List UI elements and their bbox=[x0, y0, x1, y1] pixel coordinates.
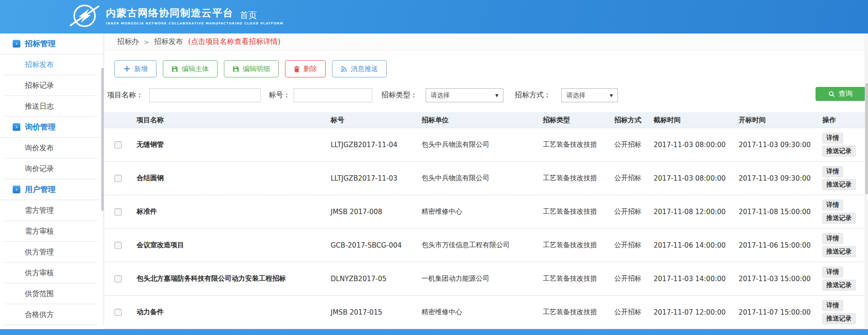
edit-detail-button[interactable]: 编辑明细 bbox=[224, 60, 279, 77]
sidebar-item[interactable]: 推送日志 bbox=[0, 96, 104, 117]
sidebar-menu: › 招标管理 招标发布 招标记录 推送日志 › 询价管理 询价发布 询价记录 ›… bbox=[0, 34, 104, 325]
cell-close-time: 2017-11-07 12:00:00 bbox=[654, 308, 739, 316]
detail-button[interactable]: 详情 bbox=[822, 200, 843, 211]
row-checkbox[interactable] bbox=[114, 141, 122, 148]
sidebar-section[interactable]: › 询价管理 bbox=[0, 117, 104, 138]
cell-bid-no: GCB-2017-SBCG-004 bbox=[331, 241, 422, 249]
nav-home[interactable]: 首页 bbox=[240, 0, 257, 31]
app-window: 内蒙古网络协同制造云平台 INNER MONGOLIA NETWORK COLL… bbox=[0, 0, 868, 335]
breadcrumb-root[interactable]: 招标办 bbox=[117, 37, 139, 47]
cell-bid-unit: 包头中兵物流有限公司 bbox=[422, 174, 543, 182]
cell-bid-unit: 精密维修中心 bbox=[422, 308, 543, 316]
message-push-button-label: 消息推送 bbox=[351, 65, 378, 73]
sidebar-item-label: 供方审核 bbox=[25, 268, 54, 278]
sidebar-item[interactable]: 供方审核 bbox=[0, 263, 104, 283]
page-scrollbar[interactable] bbox=[865, 34, 868, 329]
detail-button[interactable]: 详情 bbox=[822, 267, 843, 278]
col-open-time: 开标时间 bbox=[739, 116, 822, 124]
search-button[interactable]: 查询 bbox=[816, 87, 865, 101]
cell-project-name[interactable]: 标准件 bbox=[137, 207, 157, 215]
edit-main-button[interactable]: 编辑主体 bbox=[163, 60, 218, 77]
sidebar-item-label: 推送日志 bbox=[25, 102, 54, 111]
cell-bid-method: 公开招标 bbox=[614, 274, 654, 283]
detail-button[interactable]: 详情 bbox=[822, 300, 843, 311]
cell-open-time: 2017-11-03 09:30:00 bbox=[739, 174, 822, 182]
push-record-button[interactable]: 推送记录 bbox=[822, 246, 856, 257]
bid-no-input[interactable] bbox=[294, 88, 372, 102]
cell-bid-type: 工艺装备技改技措 bbox=[543, 140, 614, 149]
row-checkbox[interactable] bbox=[114, 275, 122, 282]
cell-project-name[interactable]: 无缝钢管 bbox=[137, 140, 164, 148]
bid-table: 项目名称 标号 招标单位 招标类型 招标方式 截标时间 开标时间 操作 无缝钢管… bbox=[104, 112, 865, 329]
table-row: 无缝钢管 LLTJGZB2017-11-04 包头中兵物流有限公司 工艺装备技改… bbox=[104, 128, 865, 162]
sidebar-item[interactable]: 询价发布 bbox=[0, 138, 104, 158]
sidebar-item[interactable]: 招标记录 bbox=[0, 75, 104, 96]
row-checkbox[interactable] bbox=[114, 242, 122, 249]
table-row: 会议室改造项目 GCB-2017-SBCG-004 包头市万佳信息工程有限公司 … bbox=[104, 229, 865, 262]
save-icon bbox=[171, 66, 178, 72]
breadcrumb-current[interactable]: 招标发布 bbox=[154, 37, 183, 47]
table-header: 项目名称 标号 招标单位 招标类型 招标方式 截标时间 开标时间 操作 bbox=[104, 112, 865, 128]
push-record-button[interactable]: 推送记录 bbox=[822, 213, 856, 224]
sidebar-item[interactable]: 供货范围 bbox=[0, 283, 104, 304]
cell-open-time: 2017-11-03 09:30:00 bbox=[739, 141, 822, 149]
sidebar-item-label: 询价发布 bbox=[25, 144, 54, 153]
project-name-input[interactable] bbox=[149, 88, 261, 102]
cell-close-time: 2017-11-03 08:00:00 bbox=[654, 141, 739, 149]
chevron-down-icon: ▼ bbox=[610, 93, 613, 98]
cell-project-name[interactable]: 会议室改造项目 bbox=[137, 241, 184, 249]
sidebar-section-label: 用户管理 bbox=[25, 184, 56, 195]
table-body: 无缝钢管 LLTJGZB2017-11-04 包头中兵物流有限公司 工艺装备技改… bbox=[104, 128, 865, 329]
push-record-button[interactable]: 推送记录 bbox=[822, 313, 856, 324]
chevron-square-icon: › bbox=[13, 40, 20, 48]
sidebar-item[interactable]: 需方管理 bbox=[0, 200, 104, 221]
sidebar-item[interactable]: 询价记录 bbox=[0, 158, 104, 179]
sidebar-item[interactable]: 需方审核 bbox=[0, 221, 104, 242]
sidebar-item-label: 供方管理 bbox=[25, 248, 54, 257]
cell-open-time: 2017-11-06 15:00:00 bbox=[739, 241, 822, 249]
cell-open-time: 2017-11-07 15:00:00 bbox=[739, 308, 822, 316]
detail-button[interactable]: 详情 bbox=[822, 133, 843, 144]
sidebar-item-label: 招标发布 bbox=[25, 60, 54, 70]
delete-button[interactable]: 删除 bbox=[285, 60, 326, 77]
row-checkbox[interactable] bbox=[114, 208, 122, 215]
message-push-button[interactable]: 消息推送 bbox=[332, 60, 387, 77]
push-record-button[interactable]: 推送记录 bbox=[822, 146, 856, 157]
cell-open-time: 2017-11-08 15:00:00 bbox=[739, 208, 822, 216]
sidebar-item-label: 招标记录 bbox=[25, 81, 54, 91]
cell-bid-type: 工艺装备技改技措 bbox=[543, 174, 614, 182]
detail-button[interactable]: 详情 bbox=[822, 233, 843, 244]
push-record-button[interactable]: 推送记录 bbox=[822, 179, 856, 190]
chevron-square-icon: › bbox=[13, 186, 20, 193]
sidebar-section[interactable]: › 用户管理 bbox=[0, 179, 104, 200]
sidebar-item[interactable]: 合格供方 bbox=[0, 304, 104, 325]
sidebar-section[interactable]: › 招标管理 bbox=[0, 34, 104, 54]
chevron-down-icon: ▼ bbox=[495, 93, 498, 98]
edit-detail-button-label: 编辑明细 bbox=[243, 65, 270, 73]
save-icon bbox=[232, 66, 239, 72]
add-button[interactable]: + 新增 bbox=[114, 60, 157, 77]
col-project-name: 项目名称 bbox=[137, 116, 331, 124]
cell-project-name[interactable]: 包头北方嘉瑞防务科技有限公司动力安装工程招标 bbox=[137, 274, 286, 282]
cell-project-name[interactable]: 合结圆钢 bbox=[137, 174, 164, 182]
sidebar-section-label: 询价管理 bbox=[25, 122, 56, 132]
bid-method-select[interactable]: 请选择 ▼ bbox=[561, 88, 618, 102]
cell-bid-unit: 一机集团动力能源公司 bbox=[422, 274, 543, 283]
row-checkbox[interactable] bbox=[114, 309, 122, 316]
col-bid-method: 招标方式 bbox=[614, 116, 654, 124]
breadcrumb-separator: > bbox=[144, 38, 149, 46]
cell-close-time: 2017-11-06 14:00:00 bbox=[654, 241, 739, 249]
sidebar-item[interactable]: 供方管理 bbox=[0, 242, 104, 263]
cell-project-name[interactable]: 动力备件 bbox=[137, 308, 164, 316]
bid-type-select[interactable]: 请选择 ▼ bbox=[426, 88, 503, 102]
bid-method-label: 招标方式 : bbox=[515, 88, 548, 102]
push-record-button[interactable]: 推送记录 bbox=[822, 280, 856, 291]
table-row: 合结圆钢 LLTJGZB2017-11-03 包头中兵物流有限公司 工艺装备技改… bbox=[104, 162, 865, 195]
toolbar: + 新增 编辑主体 编辑明细 bbox=[114, 60, 387, 77]
detail-button[interactable]: 详情 bbox=[822, 166, 843, 177]
page-scrollbar-thumb[interactable] bbox=[865, 83, 868, 194]
col-close-time: 截标时间 bbox=[654, 116, 739, 124]
row-checkbox[interactable] bbox=[114, 175, 122, 182]
sidebar-scrollbar-thumb[interactable] bbox=[101, 68, 104, 211]
sidebar-item[interactable]: 招标发布 bbox=[0, 54, 104, 75]
